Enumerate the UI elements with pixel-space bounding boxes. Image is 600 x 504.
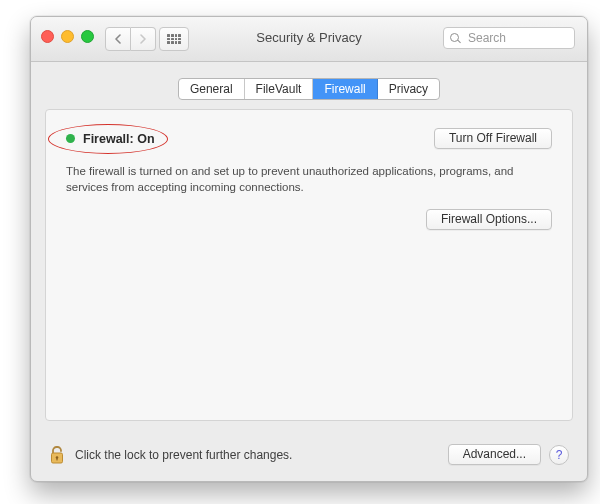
firewall-options-button[interactable]: Firewall Options...	[426, 209, 552, 230]
content-panel: Firewall: On Turn Off Firewall The firew…	[45, 109, 573, 421]
preferences-window: Security & Privacy General FileVault Fir…	[30, 16, 588, 482]
titlebar: Security & Privacy	[31, 17, 587, 62]
turn-off-firewall-button[interactable]: Turn Off Firewall	[434, 128, 552, 149]
lock-icon[interactable]	[49, 445, 65, 465]
tab-bar: General FileVault Firewall Privacy	[31, 78, 587, 100]
firewall-status: Firewall: On	[66, 132, 155, 146]
firewall-description: The firewall is turned on and set up to …	[66, 163, 536, 195]
advanced-button[interactable]: Advanced...	[448, 444, 541, 465]
svg-rect-2	[56, 458, 57, 460]
tab-general[interactable]: General	[179, 79, 245, 99]
search-field[interactable]	[443, 27, 575, 49]
tab-privacy[interactable]: Privacy	[378, 79, 439, 99]
search-input[interactable]	[466, 30, 568, 46]
tab-firewall[interactable]: Firewall	[313, 79, 377, 99]
lock-text: Click the lock to prevent further change…	[75, 448, 292, 462]
footer: Click the lock to prevent further change…	[49, 444, 569, 465]
status-dot-icon	[66, 134, 75, 143]
help-button[interactable]: ?	[549, 445, 569, 465]
search-icon	[450, 33, 461, 44]
firewall-status-label: Firewall: On	[83, 132, 155, 146]
tab-filevault[interactable]: FileVault	[245, 79, 314, 99]
